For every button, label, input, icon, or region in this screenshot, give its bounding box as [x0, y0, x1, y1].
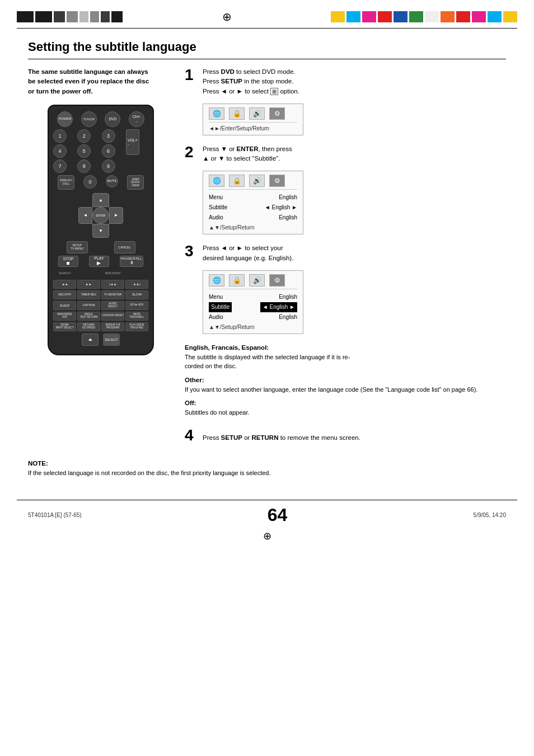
- crosshair-bottom: ⊕: [263, 530, 271, 542]
- play-mode-button[interactable]: PLAY MODETRACKING-: [125, 322, 148, 331]
- menu-label-menu: Menu: [209, 192, 227, 203]
- intro-text: The same subtitle language can always be…: [28, 67, 151, 96]
- next-button[interactable]: ►►|: [125, 280, 148, 289]
- select-button[interactable]: SELECT: [103, 334, 120, 346]
- step-3-text: Press ◄ or ► to select your desired lang…: [203, 243, 506, 263]
- play-button[interactable]: PLAY ▶: [89, 256, 109, 267]
- note-off-title: Off:: [185, 400, 506, 406]
- ch-button[interactable]: CH+-: [129, 111, 144, 127]
- ff-rw-row: ◄◄ ►► |◄◄ ►►|: [53, 280, 148, 289]
- pause-still-button[interactable]: PAUSE/STILL ⏸: [120, 256, 143, 267]
- num-4-button[interactable]: 4: [53, 144, 67, 158]
- screen-2-menu-values: English ◄ English ► English: [265, 192, 297, 223]
- menu-value-menu-3: English: [260, 292, 297, 302]
- step-2-screen: 🌐 🔒 🔊 ⚙ Menu Subtitle Audio: [203, 171, 303, 234]
- main-content: Setting the subtitle language The same s…: [28, 40, 506, 477]
- angle-return-button[interactable]: ANGLETEST RETURN: [77, 312, 100, 321]
- top-btn-row: POWER TV/VCR DVD CH+-: [53, 111, 148, 127]
- mute-button[interactable]: MUTE: [106, 175, 118, 187]
- audio-select-button[interactable]: AUDIOSELECT: [101, 301, 124, 310]
- timer-rec-button[interactable]: TIMER REC: [77, 290, 100, 299]
- screen-3-menu: Menu Subtitle Audio English ◄ English ► …: [209, 292, 297, 322]
- stop-button[interactable]: STOP ⏹: [58, 256, 78, 267]
- footer-doc-code: 5T40101A [E] (57-65): [28, 512, 82, 518]
- page-title: Setting the subtitle language: [28, 40, 506, 59]
- bottom-crosshair: ⊕: [0, 530, 534, 542]
- tv-vcr-button[interactable]: TV/VCR: [81, 111, 97, 127]
- num-6-button[interactable]: 6: [102, 144, 115, 158]
- bar-seg: [378, 11, 392, 22]
- sleep-button[interactable]: SLEEP: [53, 301, 76, 310]
- num-3-button[interactable]: 3: [102, 129, 115, 143]
- footer-date: 5/9/05, 14:20: [474, 512, 506, 518]
- vol-button[interactable]: VOL+-: [126, 129, 139, 155]
- prev-button[interactable]: |◄◄: [101, 280, 124, 289]
- step-1-screen: 🌐 🔒 🔊 ⚙ ◄►/Enter/Setup/Return: [203, 104, 303, 135]
- num-9-button[interactable]: 9: [102, 159, 115, 173]
- screen-3-indicator: ▲▼/Setup/Return: [209, 324, 297, 330]
- dpad-down-button[interactable]: ▼: [92, 224, 109, 238]
- setup-tv-menu-button[interactable]: SETUPTV MENU: [67, 241, 88, 253]
- bar-seg: [67, 11, 78, 22]
- num-7-button[interactable]: 7: [53, 159, 67, 173]
- caption-button[interactable]: CAPTION: [77, 301, 100, 310]
- note-english-title: English, Francais, Espanol:: [185, 344, 506, 351]
- zoom-button[interactable]: ZOOM/INPUT SELECT: [53, 322, 76, 331]
- step-3-screen: 🌐 🔒 🔊 ⚙ Menu Subtitle Audio: [203, 270, 303, 334]
- step-3-number: 3: [185, 243, 197, 259]
- search-row: SEARCH INDEX/SKIP: [53, 269, 148, 278]
- screen-3-menu-values: English ◄ English ► English: [260, 292, 297, 322]
- num-1-button[interactable]: 1: [53, 129, 67, 143]
- screen-icon-globe-3: 🌐: [209, 274, 224, 287]
- screen-icon-settings-2: ⚙: [269, 175, 285, 187]
- tracking-button[interactable]: MUTETRACKING+: [125, 312, 148, 321]
- jump-quick-view-button[interactable]: JUMPQUICKVIEW: [127, 175, 144, 190]
- top-divider: [17, 28, 517, 29]
- counter-reset-button[interactable]: COUNTER RESET: [101, 312, 124, 321]
- num-2-button[interactable]: 2: [77, 129, 91, 143]
- return-button[interactable]: RETURN/GO SPEED: [77, 322, 100, 331]
- cancel-button[interactable]: CANCEL: [114, 241, 135, 253]
- menu-label-audio: Audio: [209, 213, 227, 223]
- screen-2-icons: 🌐 🔒 🔊 ⚙: [209, 175, 297, 190]
- power-button[interactable]: POWER: [57, 111, 73, 127]
- screen-2-menu-labels: Menu Subtitle Audio: [209, 192, 227, 223]
- 30sec-adv-button[interactable]: 30 Sec ADV: [125, 301, 148, 310]
- screen-1-icons: 🌐 🔒 🔊 ⚙: [209, 107, 297, 123]
- transport-row: STOP ⏹ PLAY ▶ PAUSE/STILL ⏸: [53, 256, 148, 267]
- slow-button[interactable]: SLOW: [125, 290, 148, 299]
- rewind-button[interactable]: ◄◄: [53, 280, 76, 289]
- screen-icon-globe: 🌐: [209, 107, 224, 120]
- fast-forward-button[interactable]: ►►: [77, 280, 100, 289]
- menu-label-subtitle-3: Subtitle: [209, 302, 232, 312]
- step-2: 2 Press ▼ or ENTER, then press ▲ or ▼ to…: [185, 144, 506, 235]
- num-8-button[interactable]: 8: [77, 159, 91, 173]
- step-1-text: Press DVD to select DVD mode. Press SETU…: [203, 67, 506, 96]
- right-column: 1 Press DVD to select DVD mode. Press SE…: [185, 67, 506, 443]
- num-5-button[interactable]: 5: [77, 144, 91, 158]
- dpad-up-button[interactable]: ▲: [92, 193, 109, 207]
- bar-seg: [35, 11, 52, 22]
- step-1-content: Press DVD to select DVD mode. Press SETU…: [203, 67, 506, 135]
- dvd-button[interactable]: DVD: [105, 111, 120, 127]
- rec-otr-button[interactable]: REC/OTR: [53, 290, 76, 299]
- display-call-button[interactable]: DISPLAY/CALL: [58, 175, 74, 190]
- eject-button[interactable]: ⏏: [82, 334, 99, 346]
- dpad-container: ▲ ▼ ◄ ► ENTER: [53, 193, 148, 238]
- num-0-button[interactable]: 0: [83, 175, 97, 189]
- menu-value-subtitle-3: ◄ English ►: [260, 302, 297, 312]
- tv-monitor-button[interactable]: TV MONITOR: [101, 290, 124, 299]
- note-english-text: The subtitle is displayed with the selec…: [185, 353, 506, 371]
- enter-button[interactable]: ENTER: [92, 207, 109, 224]
- repeat-ab-button[interactable]: REPEAT A-BPROGRAM: [101, 322, 124, 331]
- step-1-screen-area: 🌐 🔒 🔊 ⚙ ◄►/Enter/Setup/Return: [203, 101, 506, 135]
- dpad-right-button[interactable]: ►: [109, 207, 123, 224]
- dpad-left-button[interactable]: ◄: [78, 207, 92, 224]
- step-3: 3 Press ◄ or ► to select your desired la…: [185, 243, 506, 334]
- menu-value-audio-3: English: [260, 312, 297, 322]
- screen-2-menu: Menu Subtitle Audio English ◄ English ► …: [209, 192, 297, 223]
- main-mode-button[interactable]: MAIN MODEATR: [53, 312, 76, 321]
- bottom-divider: [17, 500, 517, 500]
- footer-center: 64: [268, 505, 288, 525]
- bar-seg: [90, 11, 99, 22]
